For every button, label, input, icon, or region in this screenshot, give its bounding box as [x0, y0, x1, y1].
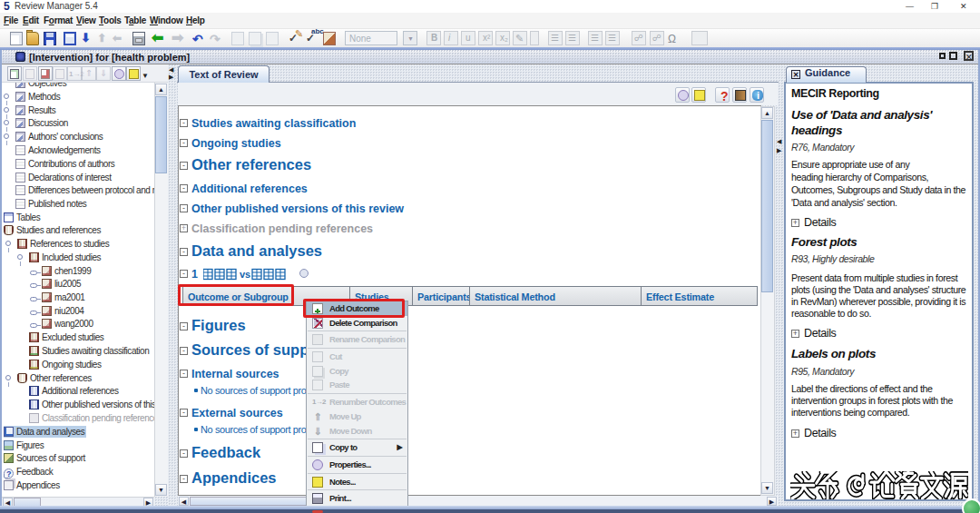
- svg-text:vs: vs: [240, 269, 250, 280]
